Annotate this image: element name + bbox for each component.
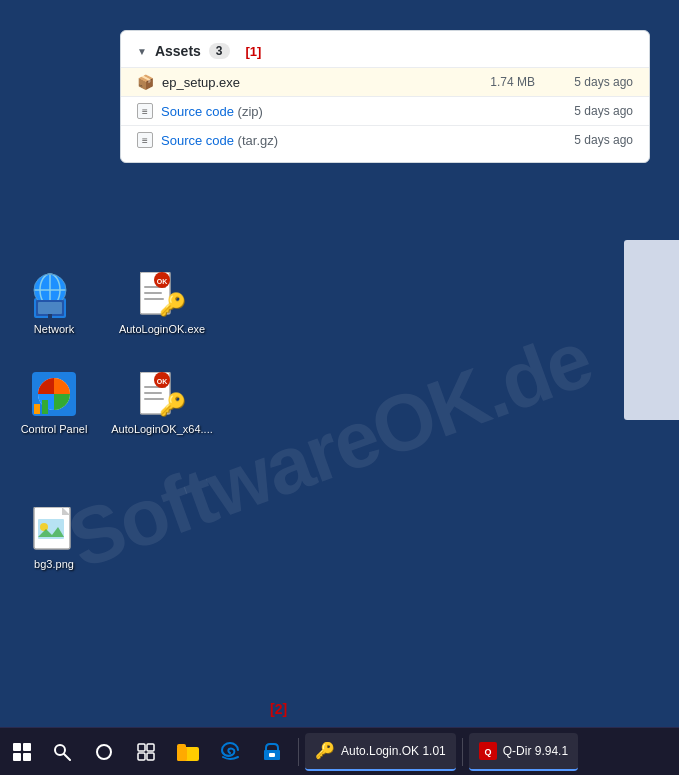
svg-line-29 (64, 754, 70, 760)
svg-rect-33 (138, 753, 145, 760)
qdir-icon: Q (479, 742, 497, 760)
asset-name-exe[interactable]: ep_setup.exe (162, 75, 447, 90)
autologin-exe-label: AutoLoginOK.exe (119, 322, 205, 336)
svg-rect-18 (42, 400, 48, 414)
svg-rect-7 (38, 302, 62, 314)
cortana-icon (95, 743, 113, 761)
assets-title: Assets (155, 43, 201, 59)
autologin-x64-label: AutoLoginOK_x64.... (111, 422, 213, 436)
label2: [2] (270, 701, 287, 717)
svg-rect-39 (269, 753, 275, 757)
asset-date-exe: 5 days ago (543, 75, 633, 89)
taskbar-divider2 (462, 738, 463, 766)
start-button[interactable] (4, 732, 40, 772)
svg-rect-36 (177, 747, 187, 761)
svg-rect-31 (138, 744, 145, 751)
edge-icon (220, 742, 240, 762)
svg-rect-34 (147, 753, 154, 760)
taskbar: 🔑 Auto.Login.OK 1.01 Q Q-Dir 9.94.1 (0, 727, 679, 775)
task-view-button[interactable] (126, 732, 166, 772)
svg-rect-37 (177, 744, 186, 749)
targz-icon: ≡ (137, 132, 153, 148)
svg-text:Q: Q (484, 747, 491, 757)
asset-size-exe: 1.74 MB (455, 75, 535, 89)
asset-row-zip[interactable]: ≡ Source code (zip) 5 days ago (121, 96, 649, 125)
expand-triangle: ▼ (137, 46, 147, 57)
bg3-icon-img (30, 505, 78, 553)
control-panel-icon-img (30, 370, 78, 418)
taskbar-divider (298, 738, 299, 766)
asset-name-zip[interactable]: Source code (zip) (161, 104, 447, 119)
search-button[interactable] (42, 732, 82, 772)
svg-point-30 (97, 745, 111, 759)
taskbar-key-icon: 🔑 (315, 741, 335, 760)
asset-row-targz[interactable]: ≡ Source code (tar.gz) 5 days ago (121, 125, 649, 154)
svg-point-27 (40, 523, 48, 531)
file-explorer-icon (177, 743, 199, 761)
taskbar-qdir-label: Q-Dir 9.94.1 (503, 744, 568, 758)
store-button[interactable] (252, 732, 292, 772)
network-icon-img (30, 270, 78, 318)
control-panel-label: Control Panel (21, 422, 88, 436)
store-icon (262, 742, 282, 762)
key-overlay-exe: 🔑 (159, 292, 186, 318)
desktop-icon-autologin-exe[interactable]: OK 🔑 AutoLoginOK.exe (122, 270, 202, 336)
task-view-icon (137, 743, 155, 761)
key-overlay-x64: 🔑 (159, 392, 186, 418)
side-panel (624, 240, 679, 420)
svg-text:OK: OK (157, 278, 168, 285)
edge-button[interactable] (210, 732, 250, 772)
file-explorer-button[interactable] (168, 732, 208, 772)
asset-name-targz[interactable]: Source code (tar.gz) (161, 133, 447, 148)
cortana-button[interactable] (84, 732, 124, 772)
watermark-text: SoftwareOK.de (57, 313, 603, 587)
control-panel-icon (30, 370, 78, 418)
network-icon (30, 270, 78, 318)
assets-label1: [1] (246, 44, 262, 59)
assets-panel: ▼ Assets 3 [1] 📦 ep_setup.exe 1.74 MB 5 … (120, 30, 650, 163)
desktop-icon-control-panel[interactable]: Control Panel (14, 370, 94, 436)
autologin-x64-icon-img: OK 🔑 (138, 370, 186, 418)
bg3-file-icon (32, 507, 76, 551)
svg-rect-8 (48, 314, 52, 318)
zip-icon: ≡ (137, 103, 153, 119)
desktop-icon-bg3[interactable]: bg3.png (14, 505, 94, 571)
desktop-icon-autologin-x64[interactable]: OK 🔑 AutoLoginOK_x64.... (122, 370, 202, 436)
windows-logo (13, 743, 31, 761)
autologin-exe-icon-img: OK 🔑 (138, 270, 186, 318)
svg-text:OK: OK (157, 378, 168, 385)
taskbar-autologin-app[interactable]: 🔑 Auto.Login.OK 1.01 (305, 733, 456, 771)
assets-count: 3 (209, 43, 230, 59)
asset-row-exe[interactable]: 📦 ep_setup.exe 1.74 MB 5 days ago (121, 67, 649, 96)
bg3-label: bg3.png (34, 557, 74, 571)
taskbar-autologin-label: Auto.Login.OK 1.01 (341, 744, 446, 758)
exe-icon: 📦 (137, 74, 154, 90)
desktop-icon-network[interactable]: Network (14, 270, 94, 336)
asset-date-zip: 5 days ago (543, 104, 633, 118)
asset-date-targz: 5 days ago (543, 133, 633, 147)
taskbar-qdir-app[interactable]: Q Q-Dir 9.94.1 (469, 733, 578, 771)
search-icon (53, 743, 71, 761)
svg-rect-17 (34, 404, 40, 414)
network-label: Network (34, 322, 74, 336)
svg-rect-32 (147, 744, 154, 751)
assets-header: ▼ Assets 3 [1] (121, 43, 649, 67)
